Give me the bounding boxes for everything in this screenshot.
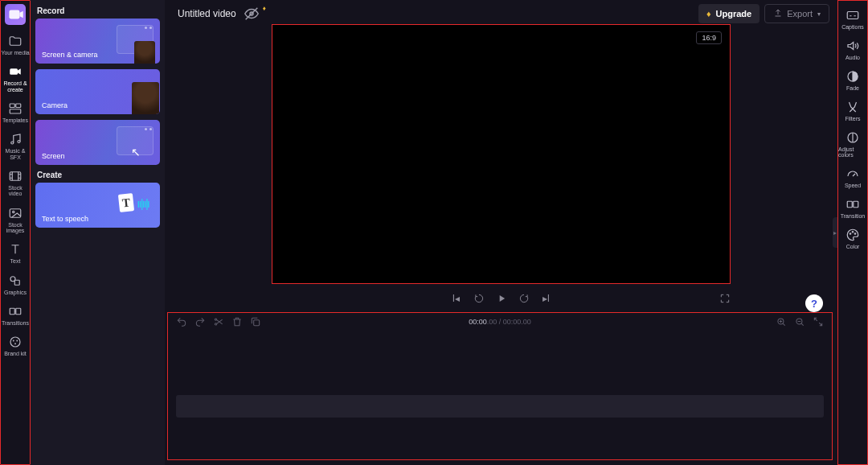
- rail-transitions[interactable]: Transitions: [1, 300, 30, 331]
- transport-controls: I◂ ▸I: [272, 287, 731, 310]
- svg-point-31: [854, 233, 856, 235]
- main-area: ↖ Untitled video ♦ ♦Upgrade Export▾ 16:9…: [165, 0, 837, 465]
- export-button[interactable]: Export▾: [764, 4, 829, 23]
- svg-rect-27: [847, 201, 852, 208]
- svg-point-29: [850, 233, 851, 235]
- music-icon: [8, 132, 23, 146]
- step-back-icon[interactable]: [473, 293, 485, 304]
- svg-rect-2: [10, 104, 14, 108]
- card-screen[interactable]: ↖ Screen: [35, 120, 160, 165]
- cursor-icon: ↖: [131, 146, 141, 158]
- duplicate-button[interactable]: [250, 316, 261, 327]
- graphics-icon: [8, 274, 23, 288]
- rr-filters[interactable]: Filters: [838, 96, 867, 126]
- premium-indicator-icon: ♦: [263, 5, 266, 12]
- svg-rect-12: [10, 308, 14, 315]
- rr-color[interactable]: Color: [838, 224, 867, 254]
- undo-button[interactable]: [176, 316, 187, 327]
- svg-rect-11: [14, 280, 19, 285]
- zoom-in-button[interactable]: [776, 316, 787, 327]
- upload-icon: [773, 8, 783, 19]
- rr-transition[interactable]: Transition: [838, 193, 867, 224]
- aspect-ratio-button[interactable]: 16:9: [696, 31, 722, 44]
- adjust-colors-icon: [845, 130, 860, 145]
- color-icon: [845, 228, 860, 242]
- speed-icon: [845, 167, 860, 181]
- fit-timeline-button[interactable]: [813, 316, 824, 327]
- timeline-toolbar: 00:00.00 / 00:00.00: [168, 313, 832, 331]
- svg-rect-1: [10, 69, 18, 76]
- rr-captions[interactable]: Captions: [838, 4, 867, 35]
- svg-point-20: [215, 323, 216, 325]
- rr-fade[interactable]: Fade: [838, 65, 867, 96]
- timeline: 00:00.00 / 00:00.00: [167, 312, 833, 460]
- transition-icon: [845, 197, 860, 212]
- svg-point-14: [10, 337, 20, 347]
- svg-point-9: [13, 211, 14, 212]
- delete-button[interactable]: [231, 316, 243, 327]
- svg-rect-8: [10, 209, 21, 218]
- svg-rect-13: [16, 308, 21, 315]
- stock-video-icon: [8, 169, 23, 183]
- create-heading: Create: [37, 171, 160, 179]
- app-logo[interactable]: [5, 4, 26, 25]
- redo-button[interactable]: [194, 316, 206, 327]
- rr-adjust-colors[interactable]: Adjust colors: [838, 126, 867, 163]
- folder-icon: [8, 34, 23, 48]
- rail-templates[interactable]: Templates: [1, 97, 30, 128]
- skip-back-icon: I◂: [451, 293, 462, 304]
- card-camera[interactable]: Camera: [35, 69, 160, 114]
- timeline-tracks[interactable]: [168, 331, 832, 459]
- card-screen-camera[interactable]: Screen & camera: [35, 19, 160, 64]
- svg-point-30: [852, 232, 854, 233]
- project-title[interactable]: Untitled video: [178, 8, 236, 19]
- captions-icon: [845, 8, 860, 23]
- record-heading: Record: [37, 6, 160, 15]
- preview-canvas[interactable]: 16:9: [272, 24, 731, 284]
- step-forward-icon[interactable]: [518, 293, 530, 304]
- rail-brand-kit[interactable]: Brand kit: [1, 331, 30, 361]
- transitions-icon: [8, 304, 23, 319]
- split-button[interactable]: [213, 316, 224, 327]
- svg-rect-0: [9, 10, 19, 19]
- rail-graphics[interactable]: Graphics: [1, 270, 30, 300]
- upgrade-button[interactable]: ♦Upgrade: [698, 4, 760, 23]
- card-text-to-speech[interactable]: Tıı|ıı|ı Text to speech: [35, 183, 160, 228]
- record-create-panel: Record Screen & camera Camera ↖ Screen C…: [31, 0, 165, 465]
- svg-rect-28: [854, 201, 858, 208]
- text-icon: [8, 242, 23, 257]
- svg-point-17: [14, 344, 16, 345]
- rr-speed[interactable]: Speed: [838, 163, 867, 193]
- visibility-toggle[interactable]: [243, 5, 260, 23]
- fullscreen-icon[interactable]: [719, 293, 731, 304]
- help-button[interactable]: ?: [805, 294, 823, 312]
- right-rail: Captions Audio Fade Filters Adjust color…: [837, 0, 868, 465]
- rail-record-create[interactable]: Record & create: [1, 60, 30, 97]
- skip-forward-icon[interactable]: ▸I: [541, 293, 552, 304]
- rail-stock-images[interactable]: Stock images: [1, 202, 30, 239]
- crown-icon: ♦: [706, 9, 711, 19]
- rail-stock-video[interactable]: Stock video: [1, 165, 30, 202]
- tts-thumbnail-icon: Tıı|ıı|ı: [119, 194, 149, 212]
- preview-area: 16:9 ? I◂ ▸I: [165, 27, 837, 310]
- timeline-track-empty[interactable]: [176, 395, 824, 418]
- play-button[interactable]: [496, 293, 507, 304]
- zoom-out-button[interactable]: [794, 316, 805, 327]
- rail-your-media[interactable]: Your media: [1, 30, 30, 60]
- svg-rect-24: [847, 12, 858, 19]
- templates-icon: [8, 101, 23, 116]
- thumbnail-avatar: [132, 82, 159, 114]
- svg-point-5: [11, 142, 14, 144]
- camera-icon: [8, 64, 23, 79]
- svg-point-16: [16, 340, 18, 342]
- left-rail: Your media Record & create Templates Mus…: [0, 0, 31, 465]
- rr-audio[interactable]: Audio: [838, 35, 867, 65]
- svg-point-6: [18, 141, 20, 143]
- svg-point-19: [215, 319, 216, 320]
- rail-music-sfx[interactable]: Music & SFX: [1, 128, 30, 165]
- rail-text[interactable]: Text: [1, 238, 30, 269]
- chevron-down-icon: ▾: [817, 10, 821, 18]
- collapse-panel-right[interactable]: ▸: [833, 217, 837, 248]
- svg-rect-7: [10, 172, 21, 181]
- stock-images-icon: [8, 206, 23, 220]
